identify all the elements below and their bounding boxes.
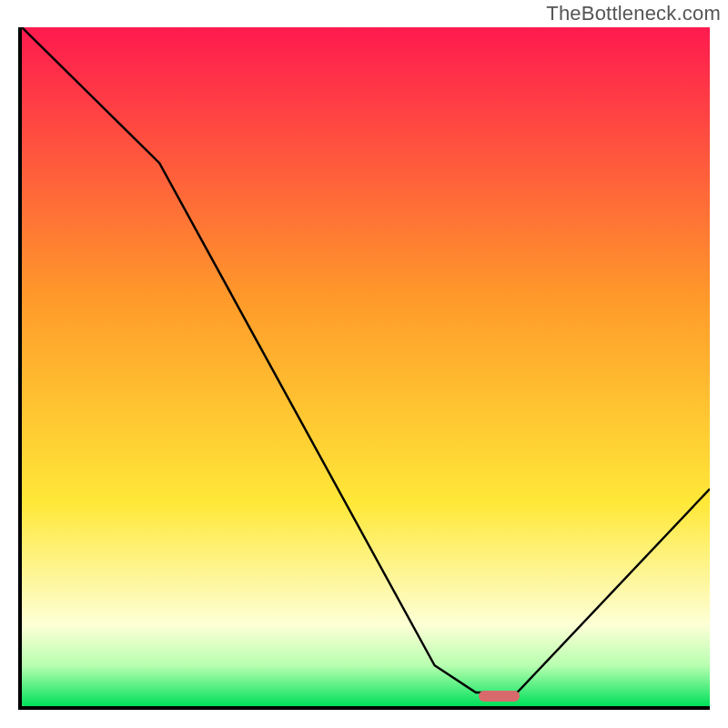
chart-container: TheBottleneck.com [0, 0, 728, 728]
bottleneck-curve [22, 27, 710, 706]
optimum-marker [479, 691, 521, 702]
plot-area [18, 27, 710, 710]
curve-path [22, 27, 710, 693]
watermark-text: TheBottleneck.com [546, 2, 721, 25]
